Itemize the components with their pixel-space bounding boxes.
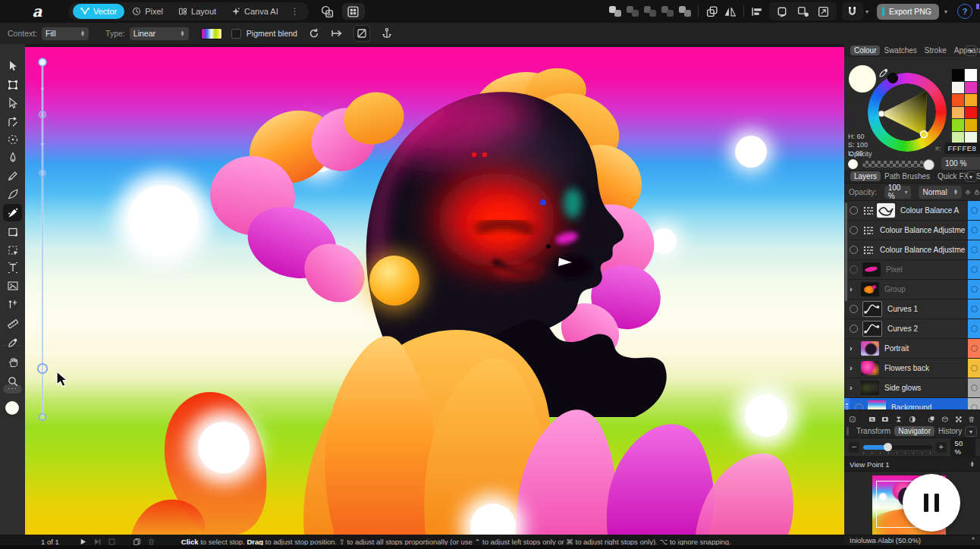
layer-row-pixel[interactable]: Pixel — [844, 260, 980, 280]
secondary-colour-swatch[interactable] — [887, 73, 898, 83]
new-layer-icon[interactable] — [941, 414, 949, 425]
blend-mode-dropdown[interactable]: Normal ▲▼ — [919, 186, 962, 199]
context-dropdown[interactable]: Fill ▲▼ — [42, 27, 89, 40]
layer-thumbnail-area[interactable] — [862, 224, 875, 237]
opacity-slider-knob[interactable] — [923, 159, 934, 171]
visibility-toggle[interactable] — [850, 226, 858, 234]
contour-tool[interactable] — [3, 113, 22, 130]
tab-layers[interactable]: Layers — [850, 171, 881, 181]
opacity-slider[interactable] — [862, 161, 928, 168]
swatch[interactable] — [952, 132, 964, 144]
opacity-value-dropdown[interactable]: 100 % ▾ — [941, 157, 980, 170]
text-tool[interactable] — [3, 259, 22, 276]
layer-thumbnail-area[interactable] — [862, 262, 881, 277]
layer-thumbnail-area[interactable] — [861, 381, 879, 395]
layer-thumbnail-area[interactable] — [861, 361, 879, 375]
layers-scrollbar[interactable] — [845, 202, 847, 301]
panel-options-chevron-icon[interactable]: ▼ — [965, 45, 977, 56]
persona-menu-kebab-icon[interactable]: ⋮ — [286, 6, 304, 17]
help-button[interactable]: ? — [957, 4, 972, 19]
layer-thumbnail-area[interactable] — [861, 282, 879, 296]
duplicate-layer-icon[interactable] — [928, 414, 935, 425]
mirror-icon[interactable] — [724, 5, 737, 18]
layer-name[interactable]: Background — [891, 403, 968, 409]
rotate-gradient-icon[interactable] — [308, 27, 320, 39]
swatch[interactable] — [965, 119, 977, 131]
fit-to-layer-icon[interactable] — [353, 25, 370, 42]
pause-recording-button[interactable] — [903, 474, 960, 532]
layer-name[interactable]: Colour Balance Adjustme — [880, 226, 968, 234]
layer-row-curves-2[interactable]: Curves 2 — [844, 319, 980, 339]
pen-tool[interactable] — [3, 149, 22, 166]
tab-history[interactable]: History — [934, 426, 966, 436]
zoom-slider[interactable] — [863, 445, 932, 450]
swatch[interactable] — [965, 107, 977, 119]
document-canvas[interactable] — [25, 44, 844, 535]
tab-navigator[interactable]: Navigator — [894, 426, 934, 436]
pixel-selection-tool[interactable] — [3, 241, 22, 259]
colour-triangle[interactable] — [868, 73, 947, 152]
node-tool[interactable] — [3, 94, 22, 111]
layer-row-group[interactable]: ›Group — [844, 280, 980, 300]
expand-chevron-icon[interactable]: › — [850, 286, 856, 293]
export-chevron-icon[interactable]: ▾ — [944, 8, 947, 15]
layer-row-curves-1[interactable]: Curves 1 — [844, 300, 980, 319]
persona-tab-canva-ai[interactable]: Canva AI — [224, 4, 286, 19]
swatch[interactable] — [965, 94, 977, 106]
layer-settings-gear-icon[interactable] — [965, 187, 971, 197]
boolean-divide-icon[interactable] — [661, 6, 674, 17]
view-hand-tool[interactable] — [3, 353, 22, 371]
layer-row-side-glows[interactable]: ›Side glows — [844, 378, 980, 398]
layer-colour-tag[interactable] — [968, 398, 980, 409]
layer-name[interactable]: Curves 2 — [887, 325, 968, 333]
boolean-combine-icon[interactable] — [679, 6, 691, 17]
document-tab[interactable]: Inioluwa Alabi (50.0%) * — [844, 535, 980, 545]
point-transform-tool[interactable] — [3, 295, 22, 312]
reverse-gradient-icon[interactable] — [331, 27, 343, 39]
zoom-slider-knob[interactable] — [884, 443, 892, 451]
gradient-midpoint[interactable] — [41, 87, 43, 89]
tab-transform[interactable]: Transform — [853, 426, 894, 436]
boolean-subtract-icon[interactable] — [627, 6, 639, 17]
move-tool[interactable] — [3, 57, 22, 74]
layer-colour-tag[interactable] — [968, 201, 980, 220]
visibility-toggle[interactable] — [855, 403, 863, 409]
layer-thumbnail-area[interactable] — [862, 203, 895, 218]
panel-options-chevron-icon[interactable]: ▼ — [965, 426, 977, 437]
delete-layer-icon[interactable] — [968, 414, 975, 425]
layer-thumbnail-area[interactable] — [862, 321, 882, 337]
layer-name[interactable]: Curves 1 — [887, 305, 968, 313]
panel-grip[interactable] — [847, 427, 849, 435]
zoom-value[interactable]: 50 % — [950, 438, 975, 457]
expand-chevron-icon[interactable]: › — [850, 345, 856, 352]
vector-brush-tool[interactable] — [3, 185, 22, 202]
panel-options-chevron-icon[interactable]: ▼ — [965, 171, 977, 182]
gradient-stop[interactable] — [39, 58, 46, 66]
layer-colour-tag[interactable] — [968, 240, 980, 259]
layer-colour-tag[interactable] — [968, 378, 980, 397]
layer-row-colour-balance-adjustme[interactable]: Colour Balance Adjustme — [844, 240, 980, 260]
swatch[interactable] — [965, 132, 977, 144]
alignment-icon[interactable] — [751, 5, 764, 18]
gradient-stop[interactable] — [39, 170, 46, 177]
layer-lock-icon[interactable] — [974, 187, 980, 197]
measure-tool[interactable] — [3, 315, 22, 332]
layer-name[interactable]: Flowers back — [884, 364, 968, 372]
snapping-button[interactable] — [842, 2, 863, 20]
snapping-chevron-icon[interactable]: ▾ — [865, 8, 868, 15]
expand-chevron-icon[interactable]: › — [850, 365, 856, 372]
gradient-type-dropdown[interactable]: Linear ▲▼ — [130, 27, 189, 40]
selection-brush-tool[interactable] — [3, 130, 22, 148]
tab-swatches[interactable]: Swatches — [880, 45, 920, 55]
transform-tool[interactable] — [3, 76, 22, 93]
layer-colour-tag[interactable] — [968, 319, 980, 338]
live-filter-icon[interactable] — [909, 414, 916, 425]
layer-row-colour-balance-a[interactable]: Colour Balance A — [844, 201, 980, 221]
zoom-in-button[interactable]: + — [936, 442, 947, 453]
scale-selection-icon[interactable] — [817, 5, 830, 18]
rectangle-tool[interactable] — [3, 223, 22, 240]
layer-thumbnail-area[interactable] — [861, 341, 879, 356]
swatch[interactable] — [952, 82, 964, 94]
layer-name[interactable]: Group — [884, 285, 968, 293]
pigment-blend-checkbox[interactable] — [231, 29, 241, 39]
